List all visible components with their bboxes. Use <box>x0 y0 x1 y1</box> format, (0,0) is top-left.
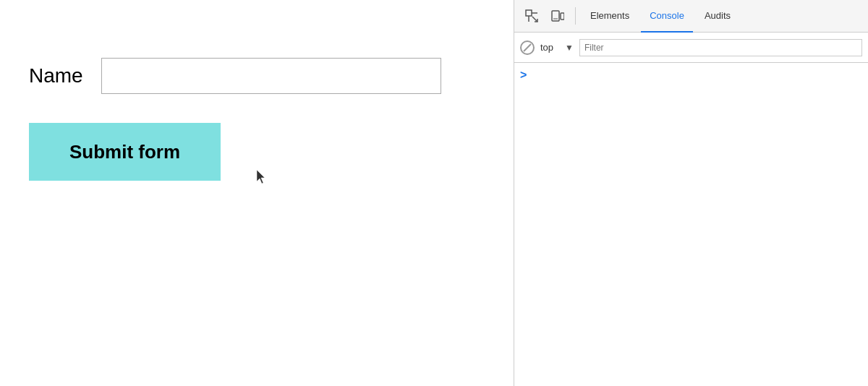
webpage-area: Name Submit form <box>0 0 514 386</box>
mouse-cursor-icon <box>257 170 268 184</box>
submit-button[interactable]: Submit form <box>29 123 221 181</box>
svg-marker-0 <box>257 170 265 184</box>
svg-rect-1 <box>526 10 532 16</box>
svg-rect-5 <box>561 13 564 20</box>
context-dropdown-arrow[interactable]: ▼ <box>565 43 574 53</box>
tab-console[interactable]: Console <box>641 0 693 33</box>
inspect-element-button[interactable] <box>520 4 543 27</box>
devtools-panel: Elements Console Audits top ▼ > <box>514 0 868 386</box>
console-chevron-icon[interactable]: > <box>520 69 527 82</box>
device-toolbar-button[interactable] <box>546 4 569 27</box>
name-label: Name <box>29 64 87 87</box>
form-row: Name <box>29 58 485 94</box>
name-input[interactable] <box>101 58 441 94</box>
console-filter-input[interactable] <box>579 39 862 56</box>
no-entry-button[interactable] <box>520 40 535 55</box>
svg-rect-4 <box>552 11 559 21</box>
console-content: > <box>514 63 868 386</box>
inspect-icon <box>525 9 538 22</box>
toolbar-separator <box>575 7 576 25</box>
tab-elements[interactable]: Elements <box>582 0 638 33</box>
context-selector[interactable]: top ▼ <box>540 42 574 53</box>
device-icon <box>551 9 564 22</box>
console-prompt-row: > <box>520 69 862 82</box>
console-bar: top ▼ <box>514 33 868 63</box>
devtools-toolbar: Elements Console Audits <box>514 0 868 33</box>
context-value: top <box>540 42 562 53</box>
tab-audits[interactable]: Audits <box>696 0 739 33</box>
